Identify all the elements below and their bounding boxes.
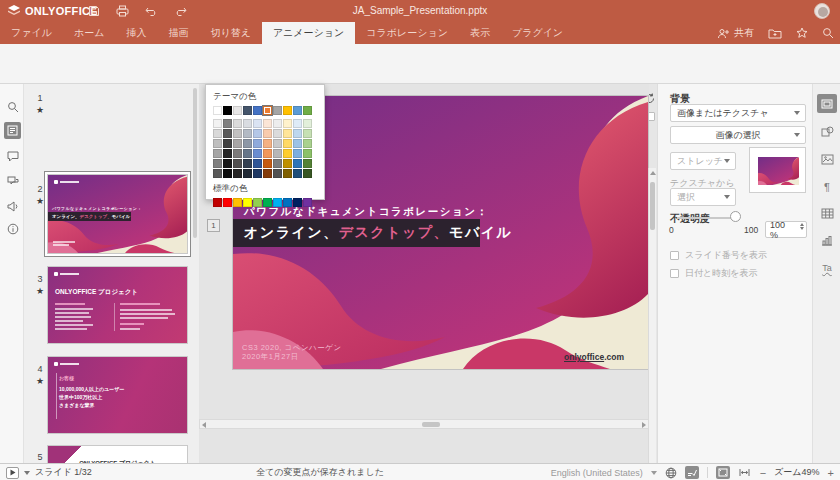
language-chevron[interactable]: [651, 471, 657, 475]
feedback-icon[interactable]: [4, 198, 21, 215]
color-swatch[interactable]: [273, 149, 282, 158]
color-swatch[interactable]: [233, 129, 242, 138]
color-swatch[interactable]: [263, 119, 272, 128]
opacity-spinner[interactable]: 100 %: [765, 221, 807, 238]
color-swatch[interactable]: [293, 119, 302, 128]
stretch-select[interactable]: ストレッチ: [670, 152, 736, 170]
select-image-button[interactable]: 画像の選択: [670, 126, 806, 144]
color-swatch[interactable]: [303, 149, 312, 158]
color-swatch[interactable]: [233, 149, 242, 158]
color-swatch[interactable]: [233, 159, 242, 168]
tab-plugins[interactable]: プラグイン: [501, 22, 574, 44]
redo-icon[interactable]: [174, 6, 187, 17]
user-avatar[interactable]: [814, 3, 830, 19]
color-swatch[interactable]: [253, 129, 262, 138]
shape-settings-icon[interactable]: [817, 122, 837, 141]
slide-thumbnail-1[interactable]: パワフルなドキュメントコラボレーション： オンライン、デスクトップ、モバイル: [48, 175, 187, 253]
color-swatch[interactable]: [213, 159, 222, 168]
search-icon[interactable]: [822, 27, 834, 39]
color-swatch[interactable]: [293, 129, 302, 138]
color-swatch[interactable]: [293, 159, 302, 168]
tab-animation[interactable]: アニメーション: [262, 22, 355, 44]
color-swatch[interactable]: [273, 129, 282, 138]
color-swatch[interactable]: [283, 106, 292, 115]
color-swatch[interactable]: [223, 106, 232, 115]
print-icon[interactable]: [116, 5, 129, 17]
fit-to-slide-button[interactable]: [716, 466, 730, 479]
color-swatch[interactable]: [273, 169, 282, 178]
find-icon[interactable]: [4, 98, 21, 115]
slide-website-text[interactable]: onlyoffice.com: [564, 352, 624, 362]
background-fill-select[interactable]: 画像またはテクスチャ: [670, 104, 806, 122]
color-swatch[interactable]: [243, 169, 252, 178]
color-swatch[interactable]: [283, 149, 292, 158]
color-swatch[interactable]: [233, 119, 242, 128]
canvas-horizontal-scrollbar[interactable]: [199, 419, 649, 429]
show-date-time-checkbox[interactable]: 日付と時刻を表示: [670, 267, 757, 280]
color-swatch[interactable]: [253, 198, 262, 207]
tab-draw[interactable]: 描画: [157, 22, 199, 44]
color-swatch[interactable]: [303, 119, 312, 128]
animation-sequence-badge[interactable]: 1: [207, 219, 220, 232]
color-swatch[interactable]: [223, 169, 232, 178]
slide-title-box[interactable]: オンライン、デスクトップ、モバイル: [233, 219, 480, 247]
slide-thumbnail-2[interactable]: ONLYOFFICE プロジェクト: [48, 267, 187, 343]
color-swatch[interactable]: [303, 159, 312, 168]
color-swatch[interactable]: [273, 159, 282, 168]
slide-thumbnail-3[interactable]: お客様 10,000,000人以上のユーザー 世界中100万社以上 さまざまな業…: [48, 357, 187, 433]
color-swatch[interactable]: [223, 159, 232, 168]
color-swatch[interactable]: [233, 106, 242, 115]
textart-settings-icon[interactable]: Ta: [817, 258, 837, 277]
color-swatch[interactable]: [263, 149, 272, 158]
color-swatch[interactable]: [213, 129, 222, 138]
color-swatch[interactable]: [213, 169, 222, 178]
color-swatch[interactable]: [263, 159, 272, 168]
color-swatch[interactable]: [213, 139, 222, 148]
color-swatch[interactable]: [243, 149, 252, 158]
slide-kicker-text[interactable]: パワフルなドキュメントコラボレーション：: [244, 205, 488, 219]
fit-to-width-button[interactable]: [738, 466, 752, 479]
color-swatch[interactable]: [233, 198, 242, 207]
color-swatch[interactable]: [243, 129, 252, 138]
start-slideshow-button[interactable]: [6, 467, 19, 479]
comments-icon[interactable]: [4, 148, 21, 165]
canvas-vertical-scrollbar[interactable]: [648, 168, 656, 480]
color-swatch[interactable]: [273, 139, 282, 148]
image-settings-icon[interactable]: [817, 150, 837, 169]
color-swatch[interactable]: [213, 198, 222, 207]
slides-panel-icon[interactable]: [4, 122, 21, 139]
slideshow-options-chevron[interactable]: [24, 471, 30, 475]
color-swatch[interactable]: [263, 106, 272, 115]
color-swatch[interactable]: [243, 119, 252, 128]
share-button[interactable]: 共有: [717, 26, 754, 40]
table-settings-icon[interactable]: [817, 204, 837, 223]
color-swatch[interactable]: [253, 169, 262, 178]
language-selector[interactable]: English (United States): [551, 468, 643, 478]
color-swatch[interactable]: [243, 106, 252, 115]
slide-settings-icon[interactable]: [817, 94, 837, 113]
slide-thumbnail-4[interactable]: ONLYOFFICE プロジェクト 3本柱 1 2 3: [48, 446, 187, 463]
slide-footer-text[interactable]: CS3 2020, コペンハーゲン 2020年1月27日: [242, 343, 342, 361]
color-swatch[interactable]: [253, 149, 262, 158]
color-swatch[interactable]: [223, 129, 232, 138]
color-swatch[interactable]: [253, 139, 262, 148]
zoom-in-button[interactable]: +: [828, 467, 834, 479]
color-swatch[interactable]: [223, 119, 232, 128]
color-swatch[interactable]: [243, 159, 252, 168]
color-swatch[interactable]: [243, 139, 252, 148]
texture-select[interactable]: 選択: [670, 188, 736, 206]
color-swatch[interactable]: [263, 129, 272, 138]
color-swatch[interactable]: [283, 198, 292, 207]
color-swatch[interactable]: [213, 119, 222, 128]
color-swatch[interactable]: [253, 119, 262, 128]
color-swatch[interactable]: [223, 149, 232, 158]
color-swatch[interactable]: [223, 139, 232, 148]
color-swatch[interactable]: [253, 106, 262, 115]
color-swatch[interactable]: [293, 169, 302, 178]
chart-settings-icon[interactable]: [817, 231, 837, 250]
color-swatch[interactable]: [243, 198, 252, 207]
color-swatch[interactable]: [293, 198, 302, 207]
thumbnails-scrollbar[interactable]: [193, 88, 197, 238]
color-swatch[interactable]: [293, 149, 302, 158]
open-file-location-icon[interactable]: [768, 28, 782, 39]
